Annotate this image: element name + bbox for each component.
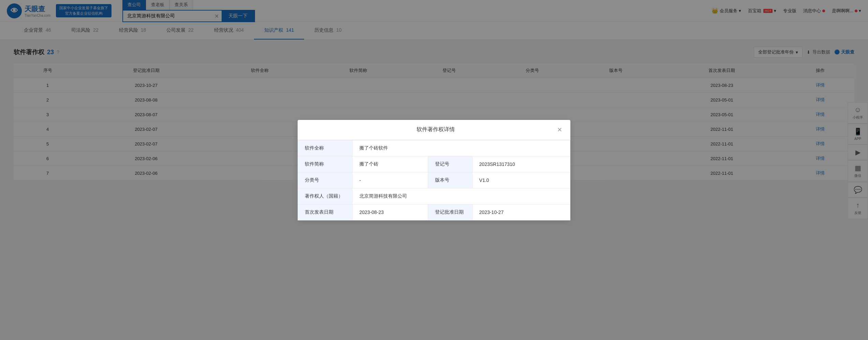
detail-modal: 软件著作权详情 ✕ 软件全称 搬了个砖软件 软件简称 搬了个砖 登记号 2023… bbox=[298, 120, 570, 188]
modal-body: 软件全称 搬了个砖软件 软件简称 搬了个砖 登记号 2023SR1317310 … bbox=[298, 140, 570, 188]
detail-info-table: 软件全称 搬了个砖软件 软件简称 搬了个砖 登记号 2023SR1317310 … bbox=[298, 140, 570, 188]
value-version: V1.0 bbox=[472, 172, 570, 187]
modal-close-button[interactable]: ✕ bbox=[557, 126, 562, 134]
label-shortname: 软件简称 bbox=[298, 156, 353, 172]
value-category: - bbox=[353, 172, 428, 187]
modal-overlay[interactable]: 软件著作权详情 ✕ 软件全称 搬了个砖软件 软件简称 搬了个砖 登记号 2023… bbox=[0, 0, 868, 187]
value-shortname: 搬了个砖 bbox=[353, 156, 428, 172]
detail-row-shortname: 软件简称 搬了个砖 登记号 2023SR1317310 bbox=[298, 156, 570, 172]
detail-row-fullname: 软件全称 搬了个砖软件 bbox=[298, 140, 570, 156]
label-regno: 登记号 bbox=[428, 156, 472, 172]
label-category: 分类号 bbox=[298, 172, 353, 187]
label-version: 版本号 bbox=[428, 172, 472, 187]
modal-title: 软件著作权详情 bbox=[314, 126, 557, 133]
modal-header: 软件著作权详情 ✕ bbox=[298, 120, 570, 140]
detail-row-category: 分类号 - 版本号 V1.0 bbox=[298, 172, 570, 187]
value-regno: 2023SR1317310 bbox=[472, 156, 570, 172]
value-fullname: 搬了个砖软件 bbox=[353, 140, 570, 156]
label-fullname: 软件全称 bbox=[298, 140, 353, 156]
